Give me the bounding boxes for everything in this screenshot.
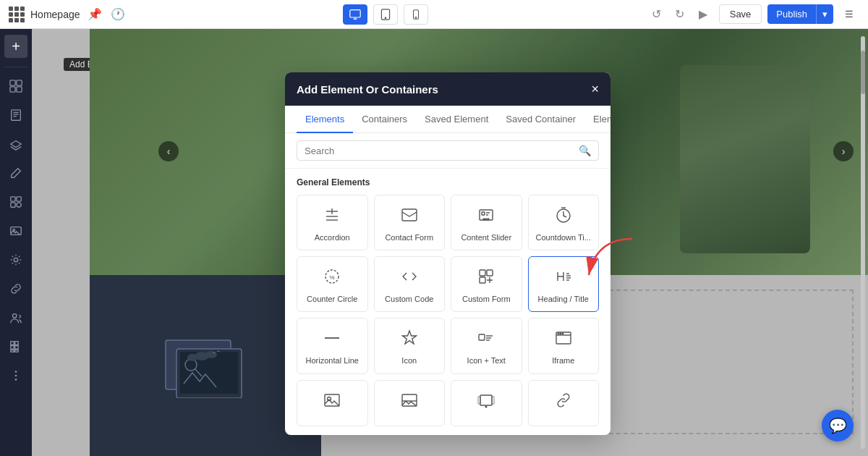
svg-rect-21: [11, 342, 14, 345]
search-box: 🔍: [297, 140, 599, 161]
publish-dropdown-arrow[interactable]: ▾: [816, 4, 833, 24]
sidebar-item-settings[interactable]: [3, 247, 29, 273]
iframe-icon: [554, 329, 573, 350]
svg-point-20: [13, 314, 17, 318]
custom-form-icon: [477, 267, 495, 289]
element-custom-code[interactable]: Custom Code: [374, 256, 446, 312]
svg-rect-76: [478, 397, 480, 404]
svg-rect-24: [15, 346, 19, 350]
svg-point-4: [415, 17, 416, 17]
sidebar-item-edit[interactable]: [3, 160, 29, 186]
element-link[interactable]: [528, 380, 600, 426]
countdown-timer-label: Countdown Ti...: [536, 233, 591, 242]
heading-title-icon: [554, 267, 573, 289]
svg-rect-25: [11, 350, 14, 352]
svg-rect-62: [479, 334, 485, 340]
svg-text:%: %: [330, 274, 335, 281]
sidebar-item-link[interactable]: [3, 276, 29, 302]
sidebar-item-users[interactable]: [3, 305, 29, 331]
tab-saved-element[interactable]: Saved Element: [416, 106, 497, 133]
svg-rect-23: [11, 346, 14, 350]
svg-rect-14: [17, 197, 21, 201]
svg-rect-54: [480, 270, 485, 276]
hamburger-menu[interactable]: ☰: [839, 4, 859, 25]
add-element-modal: Add Element Or Containers × Elements Con…: [285, 72, 610, 435]
sidebar-item-grid[interactable]: [3, 73, 29, 99]
svg-point-28: [15, 375, 17, 377]
redo-btn[interactable]: ↻: [670, 4, 690, 25]
custom-code-icon: [400, 267, 419, 289]
element-counter-circle[interactable]: % Counter Circle: [297, 256, 368, 312]
custom-form-label: Custom Form: [462, 295, 511, 304]
element-icon[interactable]: Icon: [374, 318, 446, 373]
element-icon-text[interactable]: Icon + Text: [451, 318, 522, 373]
svg-rect-5: [10, 80, 15, 85]
element-image-slider[interactable]: [451, 380, 522, 426]
element-content-slider[interactable]: Content Slider: [451, 195, 522, 250]
sidebar-item-image[interactable]: [3, 218, 29, 244]
undo-btn[interactable]: ↺: [647, 4, 667, 25]
element-image-gallery[interactable]: [374, 380, 446, 426]
sidebar-item-pages[interactable]: [3, 102, 29, 128]
play-btn[interactable]: ▶: [693, 4, 713, 25]
tab-containers[interactable]: Containers: [353, 106, 416, 133]
svg-point-19: [14, 258, 17, 261]
tab-elements[interactable]: Elements: [297, 106, 353, 133]
grid-icon[interactable]: [9, 7, 23, 22]
horizontal-line-icon: [323, 329, 341, 350]
element-custom-form[interactable]: Custom Form: [451, 256, 522, 312]
image-slider-icon: [477, 391, 495, 413]
element-heading-title[interactable]: Heading / Title: [528, 256, 600, 312]
svg-point-47: [483, 219, 485, 220]
publish-button[interactable]: Publish ▾: [767, 4, 833, 24]
svg-rect-22: [15, 342, 19, 345]
custom-code-label: Custom Code: [385, 295, 433, 304]
element-image[interactable]: [297, 380, 368, 426]
modal-close-button[interactable]: ×: [591, 83, 599, 96]
desktop-btn[interactable]: [343, 4, 367, 25]
tablet-btn[interactable]: [373, 4, 398, 25]
content-slider-label: Content Slider: [461, 233, 511, 242]
svg-rect-9: [12, 110, 21, 120]
tab-saved-container[interactable]: Saved Container: [497, 106, 584, 133]
svg-rect-77: [492, 397, 494, 404]
element-contact-form[interactable]: Contact Form: [374, 195, 446, 250]
svg-point-29: [15, 379, 17, 381]
search-input[interactable]: [305, 145, 574, 156]
svg-point-49: [488, 219, 489, 220]
homepage-label[interactable]: Homepage: [30, 9, 80, 20]
svg-point-16: [17, 203, 21, 207]
countdown-timer-icon: [554, 206, 573, 227]
accordion-icon: [323, 206, 341, 227]
sidebar-item-layers[interactable]: [3, 131, 29, 157]
svg-rect-26: [15, 350, 19, 352]
main-area: +: [0, 29, 868, 456]
svg-point-2: [385, 17, 386, 19]
save-button[interactable]: Save: [719, 4, 762, 24]
chat-support-button[interactable]: 💬: [822, 410, 854, 442]
sidebar-item-elements[interactable]: [3, 189, 29, 215]
element-countdown-timer[interactable]: Countdown Ti...: [528, 195, 600, 250]
modal-tabs: Elements Containers Saved Element Saved …: [285, 106, 610, 133]
add-elements-button[interactable]: +: [4, 35, 27, 58]
sidebar-item-more[interactable]: [3, 363, 29, 389]
icon-element-label: Icon: [401, 356, 417, 366]
pin-icon[interactable]: 📌: [88, 7, 102, 21]
modal-title: Add Element Or Containers: [297, 83, 438, 96]
element-horizontal-line[interactable]: Horizontal Line: [297, 318, 368, 373]
element-iframe[interactable]: Iframe: [528, 318, 600, 373]
content-slider-icon: [477, 206, 495, 227]
tab-element-more[interactable]: Element !: [584, 106, 610, 133]
icon-element-icon: [400, 329, 419, 350]
element-accordion[interactable]: Accordion: [297, 195, 368, 250]
svg-point-70: [562, 334, 563, 335]
icon-text-icon: [477, 329, 495, 350]
general-elements-title: General Elements: [297, 177, 599, 187]
contact-form-label: Contact Form: [385, 233, 433, 242]
modal-content: General Elements Accordion: [285, 169, 610, 435]
history-icon[interactable]: 🕐: [111, 7, 125, 21]
counter-circle-icon: %: [323, 267, 341, 289]
iframe-label: Iframe: [552, 356, 574, 366]
mobile-btn[interactable]: [404, 4, 428, 25]
sidebar-item-apps[interactable]: [3, 334, 29, 360]
